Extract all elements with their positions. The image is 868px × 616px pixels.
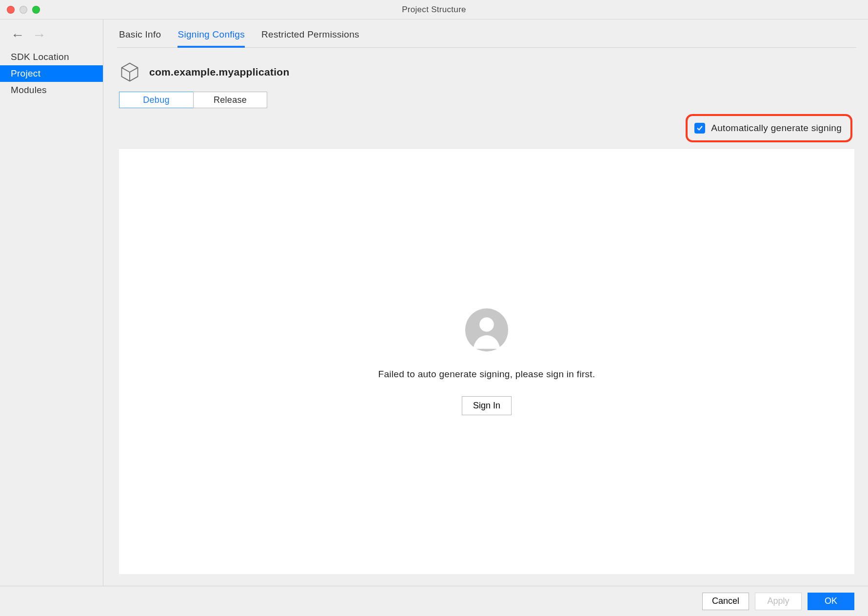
svg-point-1 [479,317,493,331]
apply-button: Apply [755,593,802,610]
tab-label: Basic Info [119,29,161,39]
ok-button[interactable]: OK [808,593,854,610]
tab-label: Signing Configs [178,29,245,39]
tab-restricted-permissions[interactable]: Restricted Permissions [261,29,359,48]
button-label: Cancel [712,596,739,606]
back-arrow-icon[interactable]: ← [11,28,24,42]
tab-signing-configs[interactable]: Signing Configs [178,29,245,48]
sidebar: ← → SDK Location Project Modules [0,19,103,586]
sidebar-item-label: Project [11,68,40,78]
button-label: Apply [767,596,789,606]
tab-basic-info[interactable]: Basic Info [119,29,161,48]
main-content: Basic Info Signing Configs Restricted Pe… [103,19,868,586]
module-name: com.example.myapplication [149,66,290,78]
sidebar-item-label: SDK Location [11,52,69,62]
button-label: OK [825,596,837,606]
footer: Cancel Apply OK [0,586,868,616]
auto-signing-checkbox[interactable] [694,123,705,134]
forward-arrow-icon: → [32,28,46,42]
sidebar-item-sdk-location[interactable]: SDK Location [0,49,103,65]
tab-label: Restricted Permissions [261,29,359,39]
variant-debug-button[interactable]: Debug [119,92,193,108]
sidebar-list: SDK Location Project Modules [0,49,103,98]
cancel-button[interactable]: Cancel [702,593,749,610]
variant-release-button[interactable]: Release [193,92,267,108]
close-window-button[interactable] [7,6,15,14]
avatar-placeholder-icon [464,308,509,352]
titlebar: Project Structure [0,0,868,19]
check-icon [696,125,703,132]
auto-signing-label: Automatically generate signing [711,123,842,134]
auto-signing-row: Automatically generate signing [117,114,856,142]
sidebar-item-project[interactable]: Project [0,65,103,82]
signing-panel: Failed to auto generate signing, please … [119,148,854,574]
auto-signing-highlight: Automatically generate signing [686,114,852,142]
variant-toggle: Debug Release [119,92,856,108]
signing-message: Failed to auto generate signing, please … [378,369,595,380]
traffic-lights [7,6,40,14]
module-row: com.example.myapplication [117,48,856,92]
nav-arrows: ← → [0,28,103,49]
tabs: Basic Info Signing Configs Restricted Pe… [117,23,856,48]
window-title: Project Structure [0,5,868,15]
minimize-window-button [20,6,27,14]
cube-icon [119,61,140,83]
sidebar-item-label: Modules [11,85,47,95]
variant-label: Debug [143,95,170,105]
variant-label: Release [214,95,247,105]
sidebar-item-modules[interactable]: Modules [0,82,103,98]
maximize-window-button[interactable] [32,6,40,14]
sign-in-label: Sign In [473,401,500,410]
sign-in-button[interactable]: Sign In [462,396,512,415]
